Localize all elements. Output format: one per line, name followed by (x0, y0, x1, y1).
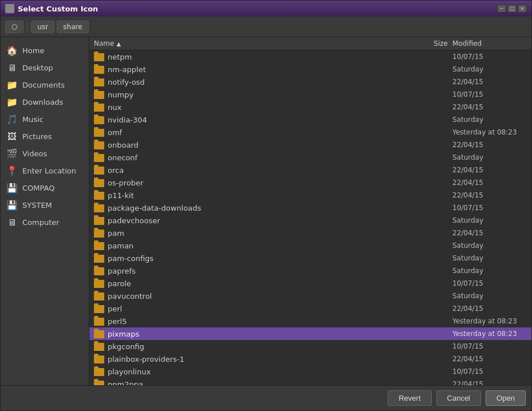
sidebar-item-music[interactable]: 🎵 Music (1, 110, 89, 128)
table-row[interactable]: onboard 22/04/15 (89, 139, 531, 151)
file-name: parole (108, 279, 411, 288)
toolbar: ⬡ usr share (1, 17, 531, 37)
column-size-header[interactable]: Size (418, 39, 452, 48)
folder-icon (94, 141, 104, 149)
column-headers: Name ▲ Size Modified (89, 37, 531, 50)
folder-icon (94, 255, 104, 263)
folder-icon (94, 267, 104, 275)
file-name: playonlinux (108, 367, 411, 376)
titlebar: Select Custom Icon ─ □ ✕ (1, 1, 531, 17)
breadcrumb-usr-label: usr (37, 23, 48, 31)
sidebar-item-downloads[interactable]: 📁 Downloads (1, 93, 89, 110)
window-title: Select Custom Icon (18, 5, 98, 13)
file-modified: 22/04/15 (452, 355, 527, 363)
sidebar-item-documents[interactable]: 📁 Documents (1, 76, 89, 93)
table-row[interactable]: pnm2ppa 22/04/15 (89, 378, 531, 385)
table-row[interactable]: paman Saturday (89, 239, 531, 252)
compaq-icon: 💾 (6, 182, 18, 193)
documents-icon: 📁 (6, 79, 18, 90)
file-modified: 22/04/15 (452, 78, 527, 86)
file-name: pkgconfig (108, 342, 411, 351)
content-area: Name ▲ Size Modified netpm 10/07/15 nm-a… (89, 37, 531, 385)
column-modified-header[interactable]: Modified (452, 39, 527, 48)
table-row[interactable]: pixmaps Yesterday at 08:23 (89, 327, 531, 340)
table-row[interactable]: oneconf Saturday (89, 151, 531, 164)
breadcrumb-share[interactable]: share (57, 21, 88, 33)
home-icon: 🏠 (6, 45, 18, 56)
open-button[interactable]: Open (486, 390, 526, 406)
table-row[interactable]: parole 10/07/15 (89, 277, 531, 290)
table-row[interactable]: perl 22/04/15 (89, 302, 531, 315)
maximize-button[interactable]: □ (507, 5, 517, 13)
cancel-button[interactable]: Cancel (436, 390, 481, 406)
table-row[interactable]: plainbox-providers-1 22/04/15 (89, 353, 531, 365)
sidebar-item-desktop[interactable]: 🖥 Desktop (1, 59, 89, 76)
toolbar-icon: ⬡ (11, 23, 17, 31)
sidebar-item-label-videos: Videos (22, 149, 47, 158)
table-row[interactable]: pam 22/04/15 (89, 227, 531, 239)
sidebar-item-label-documents: Documents (22, 81, 65, 89)
minimize-button[interactable]: ─ (497, 5, 506, 13)
table-row[interactable]: nux 22/04/15 (89, 101, 531, 113)
computer-icon: 🖥 (6, 216, 18, 228)
system-icon: 💾 (6, 199, 18, 211)
file-list[interactable]: netpm 10/07/15 nm-applet Saturday notify… (89, 50, 531, 385)
sidebar-item-compaq[interactable]: 💾 COMPAQ (1, 179, 89, 196)
sidebar-item-label-system: SYSTEM (22, 201, 52, 210)
sidebar-item-home[interactable]: 🏠 Home (1, 42, 89, 59)
table-row[interactable]: numpy 10/07/15 (89, 88, 531, 101)
table-row[interactable]: p11-kit 22/04/15 (89, 189, 531, 201)
file-modified: Saturday (452, 116, 527, 124)
table-row[interactable]: perl5 Yesterday at 08:23 (89, 315, 531, 327)
file-name: pnm2ppa (108, 380, 411, 386)
table-row[interactable]: playonlinux 10/07/15 (89, 365, 531, 378)
table-row[interactable]: padevchooser Saturday (89, 214, 531, 227)
table-row[interactable]: omf Yesterday at 08:23 (89, 126, 531, 139)
sidebar-item-label-music: Music (22, 115, 44, 124)
column-name-header[interactable]: Name ▲ (94, 39, 418, 48)
table-row[interactable]: nm-applet Saturday (89, 63, 531, 76)
breadcrumb-usr[interactable]: usr (31, 21, 54, 33)
toolbar-icon-btn[interactable]: ⬡ (5, 21, 23, 33)
folder-icon (94, 280, 104, 288)
sidebar-item-system[interactable]: 💾 SYSTEM (1, 196, 89, 214)
table-row[interactable]: pam-configs Saturday (89, 252, 531, 264)
file-name: paman (108, 242, 411, 250)
folder-icon (94, 230, 104, 238)
table-row[interactable]: pkgconfig 10/07/15 (89, 340, 531, 353)
folder-icon (94, 368, 104, 376)
revert-button[interactable]: Revert (388, 390, 431, 406)
sidebar-item-computer[interactable]: 🖥 Computer (1, 214, 89, 231)
table-row[interactable]: nvidia-304 Saturday (89, 113, 531, 126)
file-modified: Saturday (452, 254, 527, 262)
file-name: orca (108, 166, 411, 175)
file-name: nm-applet (108, 65, 411, 74)
table-row[interactable]: notify-osd 22/04/15 (89, 76, 531, 88)
file-name: perl5 (108, 317, 411, 326)
file-modified: 10/07/15 (452, 53, 527, 61)
pictures-icon: 🖼 (6, 131, 18, 142)
table-row[interactable]: package-data-downloads 10/07/15 (89, 201, 531, 214)
sidebar-item-pictures[interactable]: 🖼 Pictures (1, 128, 89, 145)
file-name: paprefs (108, 267, 411, 275)
table-row[interactable]: orca 22/04/15 (89, 164, 531, 176)
close-button[interactable]: ✕ (518, 5, 527, 13)
breadcrumb-share-label: share (63, 23, 82, 31)
column-name-label: Name (94, 39, 114, 48)
file-modified: 22/04/15 (452, 380, 527, 385)
main-area: 🏠 Home 🖥 Desktop 📁 Documents 📁 Downloads… (1, 37, 531, 385)
file-modified: 22/04/15 (452, 179, 527, 187)
sidebar-item-enter-location[interactable]: 📍 Enter Location (1, 162, 89, 179)
folder-icon (94, 343, 104, 351)
sidebar-item-videos[interactable]: 🎬 Videos (1, 145, 89, 162)
column-size-label: Size (434, 39, 448, 48)
table-row[interactable]: os-prober 22/04/15 (89, 176, 531, 189)
table-row[interactable]: paprefs Saturday (89, 264, 531, 277)
file-modified: Yesterday at 08:23 (452, 128, 527, 136)
file-modified: Yesterday at 08:23 (452, 317, 527, 325)
folder-icon (94, 355, 104, 363)
table-row[interactable]: netpm 10/07/15 (89, 50, 531, 63)
folder-icon (94, 242, 104, 250)
file-modified: 10/07/15 (452, 367, 527, 376)
table-row[interactable]: pavucontrol Saturday (89, 290, 531, 302)
